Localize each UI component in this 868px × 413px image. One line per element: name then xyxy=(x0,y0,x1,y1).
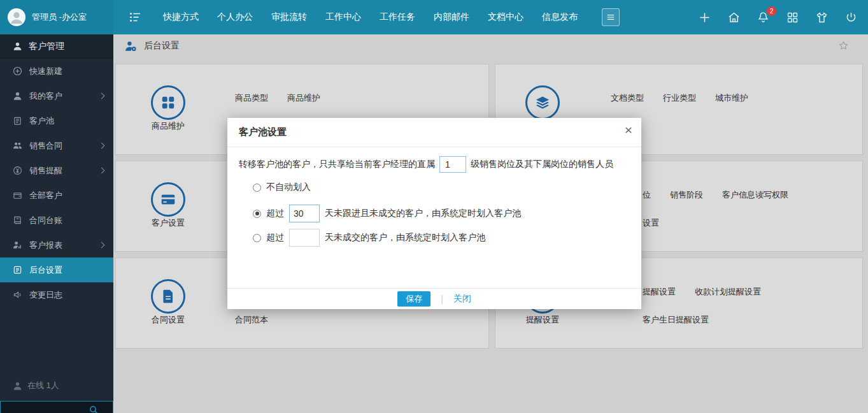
wallet-icon xyxy=(13,191,22,200)
radio-unselected-icon[interactable] xyxy=(253,234,261,242)
footer-separator: | xyxy=(441,294,443,304)
user-area[interactable]: 管理员 -办公室 xyxy=(0,0,113,34)
clipboard-icon xyxy=(13,116,22,126)
sidebar-search-input[interactable] xyxy=(0,401,113,413)
user-name: 管理员 -办公室 xyxy=(32,11,87,23)
coin-icon xyxy=(13,166,22,175)
sidebar-item-change-log[interactable]: 变更日志 xyxy=(0,282,113,307)
avatar xyxy=(7,8,26,27)
close-icon[interactable]: × xyxy=(625,123,632,136)
report-icon xyxy=(13,240,22,250)
nav-item[interactable]: 文档中心 xyxy=(488,11,523,23)
sidebar-item-label: 合同台账 xyxy=(29,215,62,226)
ledger-icon xyxy=(13,215,22,225)
sidebar-title: 客户管理 xyxy=(29,41,64,52)
plus-icon[interactable] xyxy=(698,11,711,24)
nav-item[interactable]: 工作中心 xyxy=(325,11,361,23)
sidebar-item-label: 我的客户 xyxy=(29,91,62,102)
shirt-icon[interactable] xyxy=(815,11,829,24)
chevron-right-icon xyxy=(99,93,105,99)
transfer-level-row: 转移客户池的客户，只共享给当前客户经理的直属 级销售岗位及其下属岗位的销售人员 xyxy=(239,156,613,173)
option-suffix: 天未跟进且未成交的客户，由系统定时划入客户池 xyxy=(325,208,521,219)
sidebar-item-label: 后台设置 xyxy=(29,264,62,276)
search-icon xyxy=(89,405,99,413)
option-suffix: 天未成交的客户，由系统定时划入客户池 xyxy=(325,232,485,243)
person-icon xyxy=(13,41,22,51)
nav-item[interactable]: 快捷方式 xyxy=(163,11,199,23)
customer-pool-settings-modal: 客户池设置 × 转移客户池的客户，只共享给当前客户经理的直属 级销售岗位及其下属… xyxy=(227,118,641,309)
person-icon xyxy=(13,91,22,101)
sidebar-item-quick-create[interactable]: 快速新建 xyxy=(0,59,113,83)
sidebar-item-backend-settings[interactable]: 后台设置 xyxy=(0,257,113,282)
no-deal-days-input[interactable] xyxy=(289,229,320,247)
sidebar-item-customer-pool[interactable]: 客户池 xyxy=(0,108,113,133)
users-icon xyxy=(13,141,22,150)
sidebar: 客户管理 快速新建我的客户客户池销售合同销售提醒全部客户合同台账客户报表后台设置… xyxy=(0,34,113,413)
sidebar-item-label: 销售合同 xyxy=(29,140,62,152)
transfer-text-after: 级销售岗位及其下属岗位的销售人员 xyxy=(471,159,613,170)
modal-title: 客户池设置 xyxy=(239,126,287,138)
sidebar-item-customer-report[interactable]: 客户报表 xyxy=(0,233,113,257)
sidebar-item-sales-contract[interactable]: 销售合同 xyxy=(0,133,113,158)
sidebar-item-label: 销售提醒 xyxy=(29,165,62,177)
chevron-right-icon xyxy=(99,168,105,174)
option-label: 不自动划入 xyxy=(266,182,311,193)
transfer-text-before: 转移客户池的客户，只共享给当前客户经理的直属 xyxy=(239,159,435,170)
radio-selected-icon[interactable] xyxy=(253,210,261,218)
option-prefix: 超过 xyxy=(266,232,284,243)
nav-item[interactable]: 个人办公 xyxy=(217,11,253,23)
sidebar-item-label: 客户池 xyxy=(29,115,54,127)
radio-unselected-icon[interactable] xyxy=(253,184,261,192)
online-status: 在线 1人 xyxy=(13,380,59,391)
modal-footer: 保存 | 关闭 xyxy=(227,288,641,309)
chevron-right-icon xyxy=(99,242,105,249)
topbar-nav: 快捷方式个人办公审批流转工作中心工作任务内部邮件文档中心信息发布 xyxy=(163,11,578,23)
option-overdue-no-followup[interactable]: 超过 天未跟进且未成交的客户，由系统定时划入客户池 xyxy=(253,205,521,222)
bell-icon[interactable]: 2 xyxy=(757,11,770,24)
nav-item[interactable]: 信息发布 xyxy=(542,11,578,23)
apps-icon[interactable] xyxy=(786,11,799,24)
sidebar-item-my-customers[interactable]: 我的客户 xyxy=(0,83,113,108)
chevron-right-icon xyxy=(99,143,105,149)
sidebar-item-label: 全部客户 xyxy=(29,190,62,201)
list-menu-icon[interactable] xyxy=(127,10,143,25)
option-overdue-no-deal[interactable]: 超过 天未成交的客户，由系统定时划入客户池 xyxy=(253,229,485,247)
sidebar-header: 客户管理 xyxy=(0,34,113,59)
sidebar-item-label: 快速新建 xyxy=(29,66,62,77)
option-prefix: 超过 xyxy=(266,208,284,219)
nav-item[interactable]: 审批流转 xyxy=(271,11,307,23)
save-button[interactable]: 保存 xyxy=(397,291,430,307)
online-person-icon xyxy=(13,381,22,391)
close-button[interactable]: 关闭 xyxy=(453,293,471,305)
nav-item[interactable]: 工作任务 xyxy=(380,11,415,23)
hamburger-icon[interactable] xyxy=(602,8,620,26)
power-icon[interactable] xyxy=(844,11,858,24)
topbar: 管理员 -办公室 快捷方式个人办公审批流转工作中心工作任务内部邮件文档中心信息发… xyxy=(0,0,868,34)
sidebar-item-label: 变更日志 xyxy=(29,289,62,301)
online-status-label: 在线 1人 xyxy=(27,380,59,391)
option-no-auto-transfer[interactable]: 不自动划入 xyxy=(253,182,311,193)
sidebar-menu: 快速新建我的客户客户池销售合同销售提醒全部客户合同台账客户报表后台设置变更日志 xyxy=(0,59,113,307)
log-icon xyxy=(13,290,22,300)
transfer-level-input[interactable] xyxy=(439,156,466,173)
sidebar-item-contract-ledger[interactable]: 合同台账 xyxy=(0,208,113,233)
nav-item[interactable]: 内部邮件 xyxy=(434,11,469,23)
home-icon[interactable] xyxy=(727,11,741,24)
topbar-actions: 2 xyxy=(698,0,858,34)
sidebar-item-sales-reminder[interactable]: 销售提醒 xyxy=(0,158,113,183)
plus-circle-icon xyxy=(13,66,22,76)
settings-icon xyxy=(13,265,22,275)
sidebar-item-all-customers[interactable]: 全部客户 xyxy=(0,183,113,208)
sidebar-item-label: 客户报表 xyxy=(29,240,62,251)
modal-header: 客户池设置 × xyxy=(227,118,641,147)
notification-badge: 2 xyxy=(767,6,776,16)
followup-days-input[interactable] xyxy=(289,205,320,222)
